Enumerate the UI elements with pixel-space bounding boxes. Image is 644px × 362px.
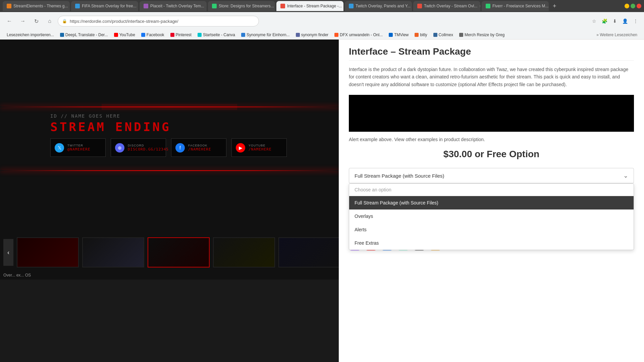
- tab-label-streamelements: StreamElements - Themes g...: [13, 4, 68, 8]
- stream-id-text: ID // NAME GOES HERE: [50, 113, 171, 119]
- thumb-inner-4: [214, 238, 274, 267]
- thumb-inner-3: [148, 238, 209, 267]
- bookmark-favicon-merch: [459, 33, 463, 37]
- social-box-youtube: ▶ YOUTUBE /NAMEHERE: [231, 138, 287, 157]
- tab-favicon-store: [212, 4, 217, 8]
- maximize-button[interactable]: [631, 4, 635, 8]
- tab-placeit[interactable]: Placeit - Twitch Overlay Tem... ×: [140, 1, 207, 11]
- youtube-handle: /NAMEHERE: [249, 147, 272, 152]
- bookmark-pinterest[interactable]: Pinterest: [168, 32, 194, 38]
- bookmark-deepl[interactable]: DeepL Translate - Der...: [57, 32, 111, 38]
- nav-actions: ☆ 🧩 ⬇ 👤 ⋮: [590, 16, 640, 26]
- more-bookmarks[interactable]: » Weitere Lesezeichen: [594, 32, 640, 38]
- thumbnail-3[interactable]: [148, 237, 210, 267]
- bookmark-youtube[interactable]: YouTube: [111, 32, 138, 38]
- chevron-down-icon: ⌄: [623, 172, 628, 179]
- tab-close-placeit[interactable]: ×: [206, 4, 207, 8]
- lock-icon: 🔒: [62, 19, 67, 23]
- dropdown-placeholder: Choose an option: [349, 184, 634, 196]
- dropdown-option-overlays[interactable]: Overlays: [349, 209, 634, 223]
- tab-interface[interactable]: Interface - Stream Package -... ×: [276, 1, 343, 11]
- download-button[interactable]: ⬇: [611, 16, 619, 26]
- minimize-button[interactable]: [625, 4, 629, 8]
- bookmark-tmview[interactable]: TMView: [386, 32, 411, 38]
- bookmark-label-collmex: Collmex: [439, 33, 453, 37]
- bookmark-label-bitly: bitly: [420, 33, 427, 37]
- red-line-bottom: [0, 170, 339, 171]
- prev-thumbnail-button[interactable]: ‹: [3, 239, 13, 266]
- thumbnail-5[interactable]: [278, 237, 339, 267]
- tab-fiverr[interactable]: Fiverr - Freelance Services M... ×: [482, 1, 549, 11]
- dropdown-option-full-stream[interactable]: Full Stream Package (with Source Files): [349, 196, 634, 209]
- tab-twitch1[interactable]: Twitch Overlay, Panels and Y... ×: [345, 1, 412, 11]
- bookmark-favicon-synonym: [241, 33, 245, 37]
- tab-twitch2[interactable]: Twitch Overlay - Stream Ovl... ×: [413, 1, 480, 11]
- social-box-twitter: 𝕏 TWITTER @NAMEHERE: [50, 138, 106, 157]
- bookmark-collmex[interactable]: Collmex: [431, 32, 456, 38]
- address-text: https://nerdordie.com/product/interface-…: [70, 19, 255, 24]
- bookmark-dfx[interactable]: DFX umwandeln - Onl...: [332, 32, 385, 38]
- bookmark-favicon-synonym-finder: [296, 33, 300, 37]
- alert-text: Alert example above. View other examples…: [349, 137, 634, 142]
- social-text-twitter: TWITTER @NAMEHERE: [67, 144, 91, 152]
- product-title: Interface – Stream Package: [349, 46, 634, 61]
- dropdown-option-free-extras[interactable]: Free Extras: [349, 236, 634, 250]
- discord-platform-label: DISCORD: [128, 144, 169, 147]
- extensions-button[interactable]: 🧩: [600, 16, 609, 26]
- bookmark-favicon-pinterest: [170, 33, 174, 37]
- thumbnail-2[interactable]: [82, 237, 144, 267]
- bookmark-facebook[interactable]: Facebook: [139, 32, 167, 38]
- new-tab-button[interactable]: +: [550, 3, 559, 10]
- bookmark-merch[interactable]: Merch Resize by Greg: [457, 32, 507, 38]
- tab-streamelements[interactable]: StreamElements - Themes g... ×: [3, 1, 70, 11]
- tab-fifa[interactable]: FIFA Stream Overlay for free... ×: [71, 1, 138, 11]
- close-button[interactable]: [637, 4, 641, 8]
- social-box-facebook: f FACEBOOK /NAMEHERE: [171, 138, 226, 157]
- tab-label-fiverr: Fiverr - Freelance Services M...: [492, 4, 548, 8]
- bookmark-synonym-finder[interactable]: synonym finder: [293, 32, 331, 38]
- forward-button[interactable]: →: [17, 16, 28, 26]
- bookmark-label-synonym: Synonyme für Einhorn...: [247, 33, 290, 37]
- profile-button[interactable]: 👤: [620, 16, 630, 26]
- bookmark-bitly[interactable]: bitly: [412, 32, 430, 38]
- bookmark-favicon-bitly: [415, 33, 419, 37]
- thumbnail-4[interactable]: [213, 237, 275, 267]
- tab-label-twitch1: Twitch Overlay, Panels and Y...: [356, 4, 411, 8]
- tab-favicon-fifa: [75, 4, 80, 8]
- overflow-text: Over... ex... OS: [3, 273, 31, 278]
- social-text-facebook: FACEBOOK /NAMEHERE: [188, 144, 211, 152]
- youtube-platform-label: YOUTUBE: [249, 144, 272, 147]
- bookmark-favicon-canva: [198, 33, 202, 37]
- stream-ending-scene: ID // NAME GOES HERE STREAM ENDING 𝕏 TWI…: [0, 40, 339, 234]
- back-button[interactable]: ←: [4, 16, 15, 26]
- home-button[interactable]: ⌂: [44, 16, 55, 26]
- tab-favicon-twitch2: [417, 4, 422, 8]
- tab-close-twitch2[interactable]: ×: [479, 4, 480, 8]
- bookmark-favicon-tmview: [389, 33, 393, 37]
- address-bar[interactable]: 🔒 https://nerdordie.com/product/interfac…: [58, 16, 259, 26]
- menu-button[interactable]: ⋮: [631, 16, 640, 26]
- tab-label-fifa: FIFA Stream Overlay for free...: [82, 4, 137, 8]
- bookmark-lesezeichen[interactable]: Lesezeichen importieren...: [4, 32, 57, 38]
- bookmark-canva[interactable]: Startseite - Canva: [195, 32, 238, 38]
- dropdown-button[interactable]: Full Stream Package (with Source Files) …: [349, 168, 634, 183]
- tab-label-store: Store: Designs for Streamers...: [219, 4, 274, 8]
- product-right-panel: Interface – Stream Package Interface is …: [339, 40, 644, 362]
- dropdown-option-alerts[interactable]: Alerts: [349, 223, 634, 236]
- bookmark-label-lesezeichen: Lesezeichen importieren...: [7, 33, 54, 37]
- tab-store[interactable]: Store: Designs for Streamers... ×: [208, 1, 275, 11]
- discord-handle: DISCORD.GG/12345: [128, 147, 169, 152]
- stream-ending-content: ID // NAME GOES HERE STREAM ENDING: [50, 113, 171, 134]
- bookmark-label-tmview: TMView: [394, 33, 409, 37]
- facebook-handle: /NAMEHERE: [188, 147, 211, 152]
- bookmark-star-button[interactable]: ☆: [590, 16, 598, 26]
- product-video[interactable]: [349, 95, 634, 132]
- thumbnail-1[interactable]: [17, 237, 79, 267]
- product-price: $30.00 or Free Option: [349, 149, 634, 160]
- tab-favicon-fiverr: [486, 4, 490, 8]
- social-box-discord: ⊕ DISCORD DISCORD.GG/12345: [111, 138, 166, 157]
- social-text-youtube: YOUTUBE /NAMEHERE: [249, 144, 272, 152]
- bookmark-synonym[interactable]: Synonyme für Einhorn...: [238, 32, 292, 38]
- reload-button[interactable]: ↻: [31, 16, 42, 26]
- tab-label-interface: Interface - Stream Package -...: [287, 4, 342, 8]
